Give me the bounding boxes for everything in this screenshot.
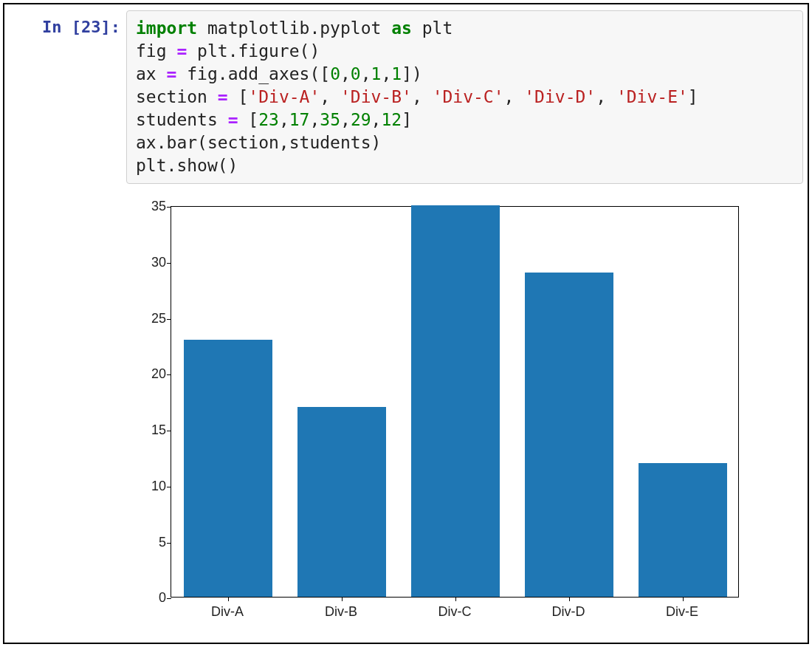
code-token: 'Div-D' [524,87,596,106]
code-token: 1 [391,64,402,83]
code-token: , [279,110,289,129]
y-tick-label: 35 [141,199,166,214]
x-tick-label: Div-C [438,604,472,620]
code-token: fig [136,41,176,61]
prompt-close-bracket: ] [101,18,111,36]
code-token: 29 [351,110,371,129]
code-token: , [504,87,525,106]
output-cell: 05101520253035Div-ADiv-BDiv-CDiv-DDiv-E [4,184,808,626]
code-token: 0 [330,64,340,83]
y-tick-label: 25 [141,310,166,326]
y-tick-label: 15 [141,422,166,438]
code-token: 35 [320,110,340,129]
code-token: , [361,64,371,83]
notebook-frame: In [23]: import matplotlib.pyplot as plt… [3,3,809,644]
y-tick-label: 20 [141,366,166,382]
code-token: , [340,64,351,83]
x-tick-label: Div-B [325,604,357,620]
code-token: import [136,18,197,38]
y-tick-label: 30 [141,255,166,270]
code-token: 12 [381,110,402,129]
y-tick-mark [167,431,171,431]
code-token: ax.bar(section,students) [136,133,381,152]
code-token: plt [412,18,453,38]
code-token: ax [136,64,167,83]
x-tick-mark [342,597,343,601]
bar [639,463,727,598]
y-tick-mark [167,263,171,264]
code-token: , [340,110,351,129]
code-token: ]) [402,64,422,83]
code-token: 'Div-E' [616,87,688,106]
x-tick-mark [455,597,456,601]
y-tick-mark [167,543,171,544]
code-token: = [218,87,228,106]
code-token: [ [238,110,258,129]
code-token: 'Div-A' [248,87,320,106]
code-token: students [136,110,228,129]
code-token: ] [402,110,412,129]
bar-chart: 05101520253035Div-ADiv-BDiv-CDiv-DDiv-E [141,199,746,620]
output-prompt-spacer [4,184,126,626]
code-token: ] [688,87,698,106]
code-token: = [176,41,187,61]
code-editor[interactable]: import matplotlib.pyplot as plt fig = pl… [126,10,803,184]
code-token: = [167,64,177,83]
code-token: 0 [351,64,361,83]
code-token: , [320,87,340,106]
prompt-open-bracket: [ [72,18,81,36]
code-token: matplotlib.pyplot [197,18,391,38]
code-token: 23 [258,110,279,129]
x-tick-mark [228,597,229,601]
y-tick-mark [167,319,171,320]
code-cell: In [23]: import matplotlib.pyplot as plt… [4,10,808,184]
y-tick-label: 10 [141,478,166,493]
bar [411,205,500,597]
x-tick-label: Div-E [666,604,698,620]
prompt-number: 23 [81,18,101,36]
output-area: 05101520253035Div-ADiv-BDiv-CDiv-DDiv-E [126,184,808,626]
code-token: 'Div-B' [340,87,412,106]
input-prompt: In [23]: [4,10,126,36]
plot-box [171,206,739,598]
x-tick-mark [683,597,684,601]
code-token: as [391,18,412,38]
code-token: 'Div-C' [433,87,504,106]
prompt-colon: : [111,18,120,36]
prompt-in-text: In [42,18,62,36]
code-token: plt.figure() [187,41,320,61]
code-token: , [412,87,433,106]
y-tick-mark [167,374,171,375]
code-token: = [228,110,238,129]
x-tick-mark [569,597,570,601]
bar [184,340,272,597]
y-tick-label: 5 [141,534,166,550]
code-token: [ [228,87,249,106]
code-token: , [371,110,382,129]
bar [297,407,386,597]
code-token: 1 [371,64,382,83]
x-tick-label: Div-D [552,604,585,620]
code-token: , [309,110,320,129]
y-tick-mark [167,487,171,487]
code-token: 17 [289,110,310,129]
y-tick-label: 0 [141,590,166,606]
bar [525,273,613,597]
y-tick-mark [167,598,171,599]
x-tick-label: Div-A [211,604,244,620]
code-token: plt.show() [136,156,238,175]
code-token: , [381,64,391,83]
code-token: fig.add_axes([ [176,64,330,83]
code-token: section [136,87,218,106]
y-tick-mark [167,207,171,208]
code-token: , [596,87,616,106]
